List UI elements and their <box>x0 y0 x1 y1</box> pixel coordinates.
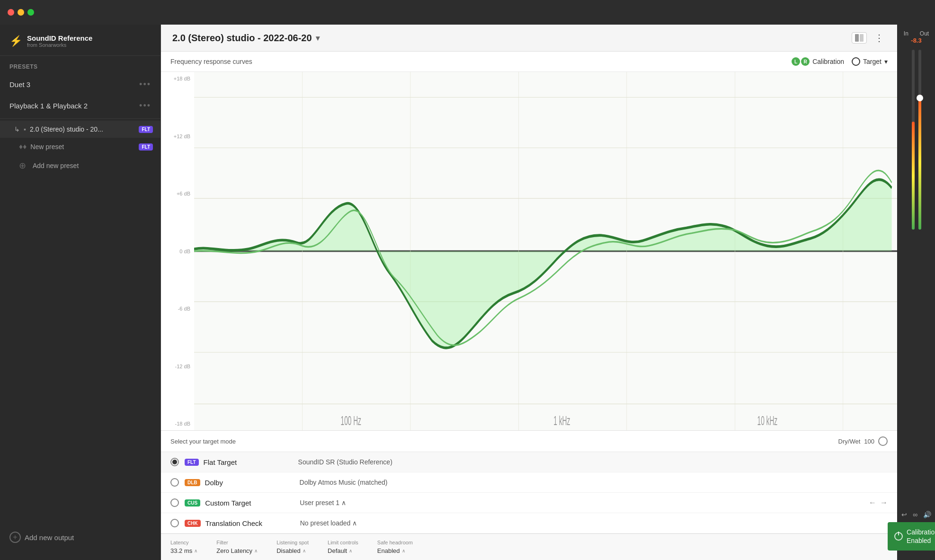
in-meter-track <box>912 50 915 230</box>
freq-controls: L R Calibration Target ▾ <box>792 57 888 66</box>
add-output-button[interactable]: + Add new output <box>9 526 151 549</box>
limit-value-row[interactable]: Default ∧ <box>328 547 358 554</box>
calibration-enabled-line2: Enabled <box>907 536 935 545</box>
header-actions: ⋮ <box>852 31 886 44</box>
r-channel-dot: R <box>801 57 810 66</box>
in-label: In <box>904 30 908 37</box>
latency-expand-icon: ∧ <box>194 548 197 553</box>
title-bar <box>0 0 935 25</box>
title-chevron-icon[interactable]: ▾ <box>316 34 320 43</box>
db-label-6p: +6 dB <box>177 191 190 196</box>
custom-target-detail: User preset 1 ∧ <box>300 499 869 507</box>
target-button[interactable]: Target ▾ <box>852 57 888 66</box>
safe-headroom-value-row[interactable]: Enabled ∧ <box>377 547 413 554</box>
logo-sub: from Sonarworks <box>27 42 92 48</box>
flat-badge: FLT <box>185 459 199 466</box>
limit-item: Limit controls Default ∧ <box>328 540 358 554</box>
target-circle-icon <box>852 57 860 66</box>
next-preset-icon[interactable]: → <box>880 498 888 507</box>
bottom-section: Latency 33.2 ms ∧ Filter Zero Latency ∧ <box>161 533 897 560</box>
new-preset-row[interactable]: ♦♦ New preset FLT <box>0 138 160 156</box>
frequency-chart: 100 Hz 1 kHz 10 kHz <box>194 72 897 430</box>
filter-item: Filter Zero Latency ∧ <box>216 540 258 554</box>
panel-toggle-button[interactable] <box>852 32 867 44</box>
svg-rect-0 <box>855 34 859 42</box>
close-button[interactable] <box>8 9 14 16</box>
target-mode-header: Select your target mode Dry/Wet 100 <box>161 431 897 452</box>
preset-name-duet: Duet 3 <box>9 80 30 89</box>
listening-label: Listening spot <box>276 540 309 545</box>
sub-preset-speaker-icon: ▪ <box>24 125 26 133</box>
main-title: 2.0 (Stereo) studio - 2022-06-20 <box>172 33 312 44</box>
target-row-translation[interactable]: CHK Translation Check No preset loaded ∧ <box>161 513 897 533</box>
translation-target-name: Translation Check <box>205 519 300 527</box>
new-preset-label: New preset <box>30 143 64 151</box>
radio-dolby[interactable] <box>170 478 179 487</box>
out-meter-track[interactable] <box>918 50 921 230</box>
dolby-target-name: Dolby <box>205 479 300 487</box>
filter-value-row[interactable]: Zero Latency ∧ <box>216 547 258 554</box>
flat-target-detail: SoundID SR (Studio Reference) <box>298 458 888 466</box>
db-label-12n: -12 dB <box>175 364 190 369</box>
link-icon[interactable]: ∞ <box>913 511 917 518</box>
out-label: Out <box>920 30 929 37</box>
app-body: ⚡ SoundID Reference from Sonarworks Pres… <box>0 25 935 560</box>
volume-thumb[interactable] <box>917 95 923 101</box>
radio-translation[interactable] <box>170 519 179 527</box>
target-section: Select your target mode Dry/Wet 100 FLT <box>161 430 897 560</box>
preset-dots-duet[interactable]: ••• <box>139 80 151 89</box>
filter-expand-icon: ∧ <box>254 548 258 553</box>
target-label: Target <box>863 58 882 65</box>
prev-preset-icon[interactable]: ← <box>869 498 876 507</box>
right-panel: In Out -8.3 ↩ ∞ 🔊 <box>897 25 935 560</box>
custom-target-arrows: ← → <box>869 498 888 507</box>
limit-value: Default <box>328 547 347 554</box>
listening-value-row[interactable]: Disabled ∧ <box>276 547 309 554</box>
preset-item-duet[interactable]: Duet 3 ••• <box>0 74 160 95</box>
db-label-18p: +18 dB <box>174 76 190 81</box>
preset-item-playback[interactable]: Playback 1 & Playback 2 ••• <box>0 95 160 116</box>
more-options-button[interactable]: ⋮ <box>873 31 886 44</box>
latency-item: Latency 33.2 ms ∧ <box>170 540 197 554</box>
preset-dots-playback[interactable]: ••• <box>139 101 151 111</box>
maximize-button[interactable] <box>27 9 34 16</box>
main-header: 2.0 (Stereo) studio - 2022-06-20 ▾ ⋮ <box>161 25 897 52</box>
main-title-area: 2.0 (Stereo) studio - 2022-06-20 ▾ <box>172 33 320 44</box>
calibration-toggle[interactable]: L R Calibration <box>792 57 844 66</box>
translation-target-detail: No preset loaded ∧ <box>300 519 888 527</box>
latency-value-row[interactable]: 33.2 ms ∧ <box>170 547 197 554</box>
db-label-6n: -6 dB <box>178 306 190 311</box>
add-output-plus-icon: + <box>9 532 21 543</box>
main-area: 2.0 (Stereo) studio - 2022-06-20 ▾ ⋮ <box>161 25 897 560</box>
radio-custom[interactable] <box>170 498 179 507</box>
add-output-label: Add new output <box>25 533 74 542</box>
freq-title: Frequency response curves <box>170 58 252 65</box>
undo-icon[interactable]: ↩ <box>901 511 907 518</box>
dry-wet-knob[interactable] <box>878 436 888 446</box>
safe-headroom-expand-icon: ∧ <box>402 548 405 553</box>
speaker-icon[interactable]: 🔊 <box>923 511 931 518</box>
safe-headroom-value: Enabled <box>377 547 400 554</box>
target-row-flat[interactable]: FLT Flat Target SoundID SR (Studio Refer… <box>161 452 897 472</box>
svg-rect-1 <box>860 34 864 42</box>
chk-badge: CHK <box>185 520 201 527</box>
calibration-enabled-button[interactable]: Calibration Enabled <box>888 522 935 551</box>
sub-preset-badge: FLT <box>139 126 153 133</box>
latency-label: Latency <box>170 540 197 545</box>
sub-preset-item[interactable]: ↳ ▪ 2.0 (Stereo) studio - 20... FLT <box>0 121 160 138</box>
target-row-dolby[interactable]: DLB Dolby Dolby Atmos Music (matched) <box>161 472 897 493</box>
in-meter-fill <box>912 122 915 230</box>
freq-header: Frequency response curves L R Calibratio… <box>161 52 897 72</box>
new-preset-icon: ♦♦ <box>19 142 27 151</box>
traffic-lights <box>8 9 34 16</box>
minimize-button[interactable] <box>18 9 24 16</box>
target-chevron-icon: ▾ <box>884 58 888 65</box>
add-preset-row[interactable]: ⊕ Add new preset <box>0 156 160 176</box>
meter-labels: In Out <box>904 30 929 37</box>
radio-flat[interactable] <box>170 458 179 466</box>
target-row-custom[interactable]: CUS Custom Target User preset 1 ∧ ← → <box>161 493 897 513</box>
logo-icon: ⚡ <box>9 35 22 47</box>
filter-value: Zero Latency <box>216 547 252 554</box>
filter-label: Filter <box>216 540 258 545</box>
dry-wet-control: Dry/Wet 100 <box>838 436 888 446</box>
